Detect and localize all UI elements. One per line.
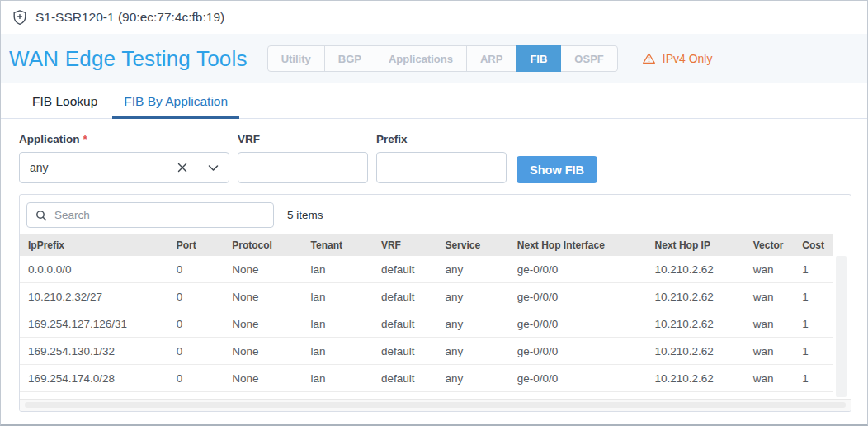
cell-tenant: lan — [304, 291, 375, 303]
cell-port: 0 — [170, 291, 226, 303]
prefix-label: Prefix — [376, 133, 507, 145]
fib-results-table: 5 items IpPrefixPortProtocolTenantVRFSer… — [19, 194, 851, 412]
cell-tenant: lan — [304, 318, 375, 330]
tab-bgp[interactable]: BGP — [324, 45, 375, 72]
cell-next-hop-ip: 10.210.2.62 — [649, 345, 747, 357]
chevron-down-icon[interactable] — [208, 164, 219, 172]
tab-fib[interactable]: FIB — [516, 45, 561, 72]
cell-vrf: default — [375, 318, 438, 330]
cell-vrf: default — [375, 291, 438, 303]
column-header-next-hop-ip[interactable]: Next Hop IP — [649, 239, 747, 251]
cell-vrf: default — [375, 263, 438, 276]
column-header-vrf[interactable]: VRF — [375, 239, 438, 251]
horizontal-scrollbar-thumb[interactable] — [25, 402, 846, 408]
prefix-input[interactable] — [376, 152, 507, 183]
tab-arp[interactable]: ARP — [466, 45, 517, 72]
tab-utility[interactable]: Utility — [267, 45, 325, 72]
cell-protocol: None — [225, 345, 304, 357]
vertical-scrollbar[interactable] — [836, 256, 847, 397]
cell-tenant: lan — [304, 345, 375, 357]
required-marker: * — [83, 133, 87, 145]
cell-service: any — [438, 345, 510, 357]
clear-selection-icon[interactable] — [177, 162, 188, 173]
column-header-service[interactable]: Service — [438, 239, 510, 251]
cell-tenant: lan — [304, 263, 375, 276]
cell-port: 0 — [170, 263, 226, 276]
cell-vrf: default — [375, 372, 438, 385]
device-bar: S1-SSR120-1 (90:ec:77:4c:fb:19) — [1, 1, 867, 34]
page-title: WAN Edge Testing Tools — [9, 46, 248, 72]
table-row[interactable]: 169.254.174.0/280Nonelandefaultanyge-0/0… — [20, 365, 833, 392]
cell-vector: wan — [747, 291, 796, 303]
table-rows: 0.0.0.0/00Nonelandefaultanyge-0/0/010.21… — [20, 256, 851, 392]
table-toolbar: 5 items — [20, 195, 851, 234]
cell-ipprefix: 0.0.0.0/0 — [20, 263, 170, 276]
page-header: WAN Edge Testing Tools UtilityBGPApplica… — [1, 34, 867, 83]
vrf-label: VRF — [238, 133, 368, 145]
cell-service: any — [438, 263, 510, 276]
show-fib-button[interactable]: Show FIB — [517, 156, 597, 183]
warning-triangle-icon — [642, 52, 656, 65]
cell-cost: 1 — [795, 345, 833, 357]
cell-next-hop-ip: 10.210.2.62 — [649, 318, 747, 330]
warning-label: IPv4 Only — [663, 52, 713, 65]
column-header-port[interactable]: Port — [170, 239, 226, 251]
column-header-cost[interactable]: Cost — [795, 239, 833, 251]
vrf-input[interactable] — [238, 152, 368, 183]
cell-port: 0 — [170, 345, 226, 357]
fib-subtabs: FIB LookupFIB By Application — [1, 83, 867, 119]
cell-next-hop-interface: ge-0/0/0 — [511, 318, 649, 330]
cell-cost: 1 — [795, 263, 833, 276]
table-body: IpPrefixPortProtocolTenantVRFServiceNext… — [20, 234, 851, 399]
table-row[interactable]: 169.254.127.126/310Nonelandefaultanyge-0… — [20, 310, 833, 338]
cell-vector: wan — [747, 263, 796, 276]
cell-vrf: default — [375, 345, 438, 357]
cell-ipprefix: 169.254.174.0/28 — [20, 372, 170, 385]
cell-ipprefix: 169.254.130.1/32 — [20, 345, 170, 357]
table-row[interactable]: 0.0.0.0/00Nonelandefaultanyge-0/0/010.21… — [20, 256, 833, 283]
cell-port: 0 — [170, 372, 226, 385]
tab-ospf[interactable]: OSPF — [560, 45, 617, 72]
application-selected-value: any — [30, 161, 177, 174]
table-row[interactable]: 169.254.130.1/320Nonelandefaultanyge-0/0… — [20, 338, 833, 365]
cell-protocol: None — [225, 318, 304, 330]
application-select[interactable]: any — [19, 152, 229, 183]
cell-service: any — [438, 372, 510, 385]
cell-port: 0 — [170, 318, 226, 330]
shield-plus-icon[interactable] — [12, 9, 28, 26]
vrf-field: VRF — [238, 133, 368, 183]
cell-service: any — [438, 291, 510, 303]
tab-applications[interactable]: Applications — [375, 45, 467, 72]
application-field: Application* any — [19, 133, 229, 183]
search-icon — [35, 210, 47, 221]
subtab-fib-lookup[interactable]: FIB Lookup — [21, 83, 109, 119]
application-label: Application* — [19, 133, 229, 145]
column-header-vector[interactable]: Vector — [747, 239, 796, 251]
cell-protocol: None — [225, 372, 304, 385]
cell-ipprefix: 10.210.2.32/27 — [20, 291, 170, 303]
search-input[interactable] — [54, 209, 265, 221]
testing-tools-tabs: UtilityBGPApplicationsARPFIBOSPF — [267, 45, 618, 72]
cell-ipprefix: 169.254.127.126/31 — [20, 318, 170, 330]
cell-next-hop-interface: ge-0/0/0 — [511, 345, 649, 357]
items-count: 5 items — [287, 209, 323, 221]
column-header-tenant[interactable]: Tenant — [304, 239, 375, 251]
cell-vector: wan — [747, 345, 796, 357]
cell-cost: 1 — [795, 372, 833, 385]
cell-next-hop-ip: 10.210.2.62 — [649, 291, 747, 303]
column-header-next-hop-interface[interactable]: Next Hop Interface — [511, 239, 649, 251]
horizontal-scrollbar[interactable] — [20, 399, 851, 411]
column-header-protocol[interactable]: Protocol — [225, 239, 304, 251]
cell-next-hop-ip: 10.210.2.62 — [649, 372, 747, 385]
table-row[interactable]: 10.210.2.32/270Nonelandefaultanyge-0/0/0… — [20, 283, 833, 310]
column-header-ipprefix[interactable]: IpPrefix — [20, 239, 170, 251]
cell-vector: wan — [747, 318, 796, 330]
ipv4-warning: IPv4 Only — [642, 52, 713, 65]
subtab-fib-by-application[interactable]: FIB By Application — [112, 83, 239, 119]
cell-cost: 1 — [795, 291, 833, 303]
search-box[interactable] — [26, 202, 274, 228]
cell-protocol: None — [225, 291, 304, 303]
device-name: S1-SSR120-1 (90:ec:77:4c:fb:19) — [35, 10, 224, 25]
table-header-row: IpPrefixPortProtocolTenantVRFServiceNext… — [20, 234, 833, 256]
cell-next-hop-ip: 10.210.2.62 — [649, 263, 747, 276]
